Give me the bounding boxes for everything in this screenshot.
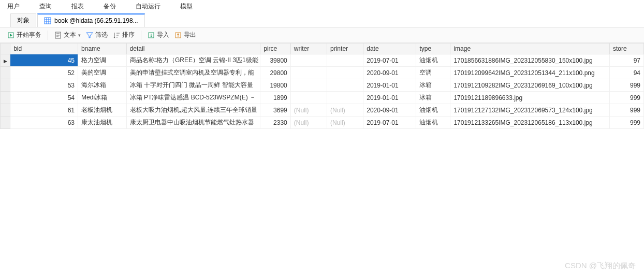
cell-date[interactable]: 2019-01-01 xyxy=(363,92,416,104)
cell-bname[interactable]: 海尔冰箱 xyxy=(78,79,127,92)
cell-detail[interactable]: 老板大吸力油烟机,超大风量,连续三年全球销量 xyxy=(126,104,260,117)
row-gutter xyxy=(1,92,10,104)
menubar: 用户 查询 报表 备份 自动运行 模型 xyxy=(0,0,644,13)
column-header[interactable]: detail xyxy=(126,43,260,54)
table-row[interactable]: 52美的空调美的申请壁挂式空调室内机及空调器专利，能298002020-09-0… xyxy=(1,67,644,79)
column-header[interactable]: writer xyxy=(290,43,327,54)
table-row[interactable]: 61老板油烟机老板大吸力油烟机,超大风量,连续三年全球销量3699(Null)(… xyxy=(1,104,644,117)
cell-printer[interactable]: (Null) xyxy=(327,117,363,129)
table-icon xyxy=(44,17,51,24)
cell-bname[interactable]: Medi冰箱 xyxy=(78,92,127,104)
menu-item[interactable]: 备份 xyxy=(104,2,116,11)
cell-store[interactable]: 97 xyxy=(609,54,643,67)
cell-date[interactable]: 2019-07-01 xyxy=(363,54,416,67)
data-grid[interactable]: bidbnamedetailpircewriterprinterdatetype… xyxy=(0,43,644,129)
svg-marker-19 xyxy=(150,36,152,37)
cell-bid[interactable]: 54 xyxy=(10,92,78,104)
cell-store[interactable]: 999 xyxy=(609,104,643,117)
cell-pirce[interactable]: 39800 xyxy=(260,54,291,67)
cell-type[interactable]: 油烟机 xyxy=(416,117,450,129)
column-header[interactable]: pirce xyxy=(260,43,291,54)
cell-writer[interactable] xyxy=(290,67,327,79)
cell-pirce[interactable]: 3699 xyxy=(260,104,291,117)
toolbar-label: 排序 xyxy=(122,31,135,39)
cell-image[interactable]: 1701912109282IMG_202312069169_100x100.jp… xyxy=(450,79,610,92)
cell-image[interactable]: 1701912099642IMG_202312051344_211x100.pn… xyxy=(450,67,610,79)
cell-date[interactable]: 2020-09-01 xyxy=(363,104,416,117)
column-header[interactable]: bid xyxy=(10,43,78,54)
cell-printer[interactable] xyxy=(327,79,363,92)
cell-bid[interactable]: 53 xyxy=(10,79,78,92)
cell-writer[interactable]: (Null) xyxy=(290,104,327,117)
cell-writer[interactable]: (Null) xyxy=(290,117,327,129)
cell-writer[interactable] xyxy=(290,92,327,104)
cell-detail[interactable]: 商品名称:格力（GREE）空调 云锦-II 3匹1级能 xyxy=(126,54,260,67)
cell-writer[interactable] xyxy=(290,54,327,67)
tabbar: 对象 book @hidata (66.25.91.198... xyxy=(0,13,644,27)
text-button[interactable]: 文本 ▾ xyxy=(54,31,81,39)
column-header[interactable]: printer xyxy=(327,43,363,54)
column-header[interactable]: image xyxy=(450,43,610,54)
cell-store[interactable]: 999 xyxy=(609,79,643,92)
cell-image[interactable]: 1701856631886IMG_202312055830_150x100.jp… xyxy=(450,54,610,67)
cell-detail[interactable]: 冰箱 PT净味雷达感温 BCD-523WSPZM(E) － xyxy=(126,92,260,104)
cell-pirce[interactable]: 19800 xyxy=(260,79,291,92)
cell-pirce[interactable]: 29800 xyxy=(260,67,291,79)
cell-store[interactable]: 999 xyxy=(609,117,643,129)
menu-item[interactable]: 模型 xyxy=(180,2,193,11)
column-header[interactable]: store xyxy=(609,43,643,54)
tab-label: 对象 xyxy=(17,16,30,25)
tab-objects[interactable]: 对象 xyxy=(10,13,36,27)
cell-type[interactable]: 油烟机 xyxy=(416,104,450,117)
cell-bid[interactable]: 61 xyxy=(10,104,78,117)
column-header[interactable]: bname xyxy=(78,43,127,54)
cell-bname[interactable]: 老板油烟机 xyxy=(78,104,127,117)
cell-pirce[interactable]: 1899 xyxy=(260,92,291,104)
separator xyxy=(141,31,141,40)
menu-item[interactable]: 查询 xyxy=(39,2,52,11)
cell-image[interactable]: 1701912127132IMG_202312069573_124x100.jp… xyxy=(450,104,610,117)
cell-date[interactable]: 2019-07-01 xyxy=(363,117,416,129)
cell-writer[interactable] xyxy=(290,79,327,92)
table-row[interactable]: 53海尔冰箱冰箱 十字对开门四门 微晶一周鲜 智能大容量198002019-01… xyxy=(1,79,644,92)
cell-type[interactable]: 冰箱 xyxy=(416,79,450,92)
cell-printer[interactable] xyxy=(327,67,363,79)
cell-image[interactable]: 1701912133265IMG_202312065186_113x100.jp… xyxy=(450,117,610,129)
begin-transaction-button[interactable]: 开始事务 xyxy=(7,31,41,39)
cell-bid[interactable]: 45 xyxy=(10,54,78,67)
cell-type[interactable]: 空调 xyxy=(416,67,450,79)
svg-marker-11 xyxy=(86,33,93,38)
cell-bname[interactable]: 康太油烟机 xyxy=(78,117,127,129)
cell-printer[interactable] xyxy=(327,54,363,67)
tab-book[interactable]: book @hidata (66.25.91.198... xyxy=(37,13,145,27)
menu-item[interactable]: 自动运行 xyxy=(136,2,160,11)
table-row[interactable]: 45格力空调商品名称:格力（GREE）空调 云锦-II 3匹1级能3980020… xyxy=(1,54,644,67)
cell-detail[interactable]: 康太厨卫电器中山吸油烟机节能燃气灶热水器 xyxy=(126,117,260,129)
import-button[interactable]: 导入 xyxy=(148,31,169,39)
menu-item[interactable]: 用户 xyxy=(7,2,20,11)
cell-pirce[interactable]: 2330 xyxy=(260,117,291,129)
cell-store[interactable]: 94 xyxy=(609,67,643,79)
cell-type[interactable]: 冰箱 xyxy=(416,92,450,104)
export-button[interactable]: 导出 xyxy=(174,31,196,39)
cell-detail[interactable]: 冰箱 十字对开门四门 微晶一周鲜 智能大容量 xyxy=(126,79,260,92)
cell-bname[interactable]: 美的空调 xyxy=(78,67,127,79)
cell-date[interactable]: 2020-09-01 xyxy=(363,67,416,79)
cell-printer[interactable] xyxy=(327,92,363,104)
column-header[interactable]: date xyxy=(363,43,416,54)
filter-button[interactable]: 筛选 xyxy=(86,31,108,39)
cell-type[interactable]: 油烟机 xyxy=(416,54,450,67)
cell-bid[interactable]: 52 xyxy=(10,67,78,79)
cell-store[interactable]: 999 xyxy=(609,92,643,104)
sort-button[interactable]: 排序 xyxy=(113,31,135,39)
column-header[interactable]: type xyxy=(416,43,450,54)
cell-date[interactable]: 2019-01-01 xyxy=(363,79,416,92)
cell-bid[interactable]: 63 xyxy=(10,117,78,129)
cell-detail[interactable]: 美的申请壁挂式空调室内机及空调器专利，能 xyxy=(126,67,260,79)
cell-bname[interactable]: 格力空调 xyxy=(78,54,127,67)
cell-printer[interactable]: (Null) xyxy=(327,104,363,117)
cell-image[interactable]: 17019121189896633.jpg xyxy=(450,92,610,104)
table-row[interactable]: 63康太油烟机康太厨卫电器中山吸油烟机节能燃气灶热水器2330(Null)(Nu… xyxy=(1,117,644,129)
menu-item[interactable]: 报表 xyxy=(71,2,84,11)
table-row[interactable]: 54Medi冰箱冰箱 PT净味雷达感温 BCD-523WSPZM(E) －189… xyxy=(1,92,644,104)
